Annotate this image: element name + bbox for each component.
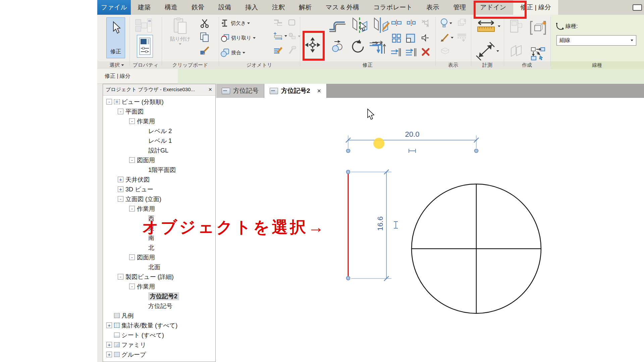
tree-item[interactable]: + 天井伏図 <box>103 175 215 184</box>
linetype-dropdown[interactable]: 細線 <box>556 35 636 46</box>
tree-item[interactable]: - ビュー (分類順) <box>103 97 215 107</box>
view-tab[interactable]: 方位記号2 × <box>264 84 327 98</box>
project-browser-header[interactable]: プロジェクト ブラウザ - Exercise030... × <box>103 84 215 96</box>
trim-extend-single-button[interactable] <box>390 48 401 57</box>
trim-extend-corner-button[interactable] <box>372 39 388 54</box>
dimension-grip[interactable] <box>346 149 350 153</box>
ribbon-tab[interactable]: 鉄骨 <box>184 0 211 15</box>
tree-item[interactable]: + 3D ビュー <box>103 184 215 194</box>
linework-button[interactable] <box>457 33 467 42</box>
type-properties-button[interactable] <box>135 18 152 34</box>
cope-button[interactable] <box>273 19 283 27</box>
tree-item[interactable]: + グループ <box>103 350 215 359</box>
tree-expand-toggle[interactable]: + <box>106 352 112 357</box>
tree-item[interactable]: 凡例 <box>103 311 215 320</box>
view-tab[interactable]: 方位記号 <box>216 84 264 98</box>
unpin-button[interactable] <box>420 19 430 27</box>
tree-item[interactable]: 設計GL <box>103 145 215 155</box>
paste-button[interactable]: 貼り付け <box>170 17 191 59</box>
tree-expand-toggle[interactable]: - <box>118 109 123 114</box>
tree-item[interactable]: - 立面図 (立面) <box>103 194 215 204</box>
tree-item[interactable]: 北面 <box>103 262 215 272</box>
cut-to-clipboard-button[interactable] <box>200 19 209 28</box>
wall-opening-button[interactable] <box>288 19 297 27</box>
match-type-properties-button[interactable] <box>200 46 210 56</box>
tree-expand-toggle[interactable]: - <box>106 99 112 105</box>
tree-expand-toggle[interactable]: - <box>129 118 135 124</box>
horizontal-dimension-value[interactable]: 20.0 <box>405 130 420 138</box>
trim-extend-multiple-button[interactable] <box>405 48 417 57</box>
vertical-dimension[interactable] <box>351 170 398 281</box>
tree-item[interactable]: 方位記号2 <box>103 291 215 301</box>
select-panel-label[interactable]: 選択 <box>110 62 124 68</box>
scale-button[interactable] <box>406 34 415 43</box>
tree-expand-toggle[interactable]: + <box>118 177 123 182</box>
create-group-button[interactable] <box>529 19 547 36</box>
line-endpoint-grip[interactable] <box>346 170 350 174</box>
create-similar-button[interactable] <box>531 47 546 61</box>
selection-box-button[interactable] <box>457 18 467 27</box>
ribbon-tab[interactable]: 管理 <box>446 0 473 15</box>
tree-expand-toggle[interactable]: + <box>106 342 112 348</box>
modify-tool-button[interactable]: 修正 <box>106 17 125 58</box>
create-assembly-button[interactable] <box>509 19 523 34</box>
demolish-button[interactable] <box>288 46 297 55</box>
ribbon-tab[interactable]: 注釈 <box>265 0 292 15</box>
join-geometry-button[interactable]: 接合 <box>221 48 245 57</box>
edit-profile-button[interactable] <box>273 46 283 56</box>
ribbon-tab[interactable]: 挿入 <box>238 0 265 15</box>
tree-expand-toggle[interactable]: - <box>129 284 135 289</box>
beam-cutback-button[interactable] <box>273 32 287 40</box>
tree-item[interactable]: 方位記号 <box>103 301 215 311</box>
tree-item[interactable]: - 平面図 <box>103 107 215 116</box>
dimension-grip[interactable] <box>475 149 478 153</box>
hide-elements-button[interactable] <box>440 18 452 28</box>
ribbon-tab[interactable]: ファイル <box>97 0 131 15</box>
mirror-draw-axis-button[interactable] <box>373 17 390 34</box>
tree-item[interactable]: Revit リンク <box>103 359 215 362</box>
tree-item[interactable]: - 作業用 <box>103 204 215 214</box>
copy-to-clipboard-button[interactable] <box>200 32 209 42</box>
tree-item[interactable]: シート (すべて) <box>103 330 215 340</box>
split-with-gap-button[interactable] <box>406 19 417 26</box>
close-icon[interactable]: × <box>208 86 212 93</box>
cut-geometry-button[interactable]: 切り取り <box>221 34 256 43</box>
close-icon[interactable]: × <box>317 87 321 95</box>
vertical-dimension-value[interactable]: 16.6 <box>376 217 384 231</box>
displace-elements-button[interactable] <box>440 47 450 55</box>
pin-button[interactable] <box>421 34 429 42</box>
tree-item[interactable]: 北 <box>103 243 215 252</box>
ribbon-tab[interactable]: コラボレート <box>366 0 419 15</box>
chamfer-button[interactable] <box>328 17 347 32</box>
override-graphics-button[interactable] <box>440 33 453 42</box>
ribbon-tab[interactable]: 設備 <box>211 0 238 15</box>
tree-item[interactable]: - 図面用 <box>103 252 215 262</box>
tree-item[interactable]: - 作業用 <box>103 116 215 126</box>
ribbon-tab[interactable]: 構造 <box>158 0 184 15</box>
tree-item[interactable]: - 図面用 <box>103 155 215 165</box>
ribbon-tab[interactable]: 表示 <box>419 0 446 15</box>
tree-item[interactable]: - 作業用 <box>103 282 215 291</box>
aligned-dimension-button[interactable] <box>476 42 499 60</box>
copy-tool-button[interactable] <box>330 40 344 52</box>
unjoin-button[interactable] <box>288 32 301 40</box>
tree-expand-toggle[interactable]: - <box>118 196 123 202</box>
tree-item[interactable]: - 製図ビュー (詳細) <box>103 272 215 282</box>
tree-expand-toggle[interactable]: + <box>106 322 112 328</box>
ribbon-tab[interactable]: 解析 <box>292 0 319 15</box>
tree-expand-toggle[interactable]: - <box>129 206 135 212</box>
line-endpoint-grip[interactable] <box>346 277 350 280</box>
create-parts-button[interactable] <box>509 44 524 58</box>
tree-item[interactable]: + 集計表/数量 (すべて) <box>103 320 215 330</box>
tree-expand-toggle[interactable]: + <box>118 186 123 192</box>
properties-palette-button[interactable] <box>137 35 153 58</box>
tree-item[interactable]: レベル 1 <box>103 136 215 145</box>
tree-expand-toggle[interactable]: - <box>129 254 135 260</box>
tree-item[interactable]: 1階平面図 <box>103 165 215 175</box>
ribbon-display-toggle-button[interactable] <box>633 4 644 11</box>
tree-item[interactable]: + ファミリ <box>103 340 215 350</box>
array-button[interactable] <box>392 34 401 43</box>
measure-button[interactable] <box>476 19 500 33</box>
ribbon-tab[interactable]: 建築 <box>131 0 158 15</box>
tree-expand-toggle[interactable]: - <box>118 274 123 280</box>
